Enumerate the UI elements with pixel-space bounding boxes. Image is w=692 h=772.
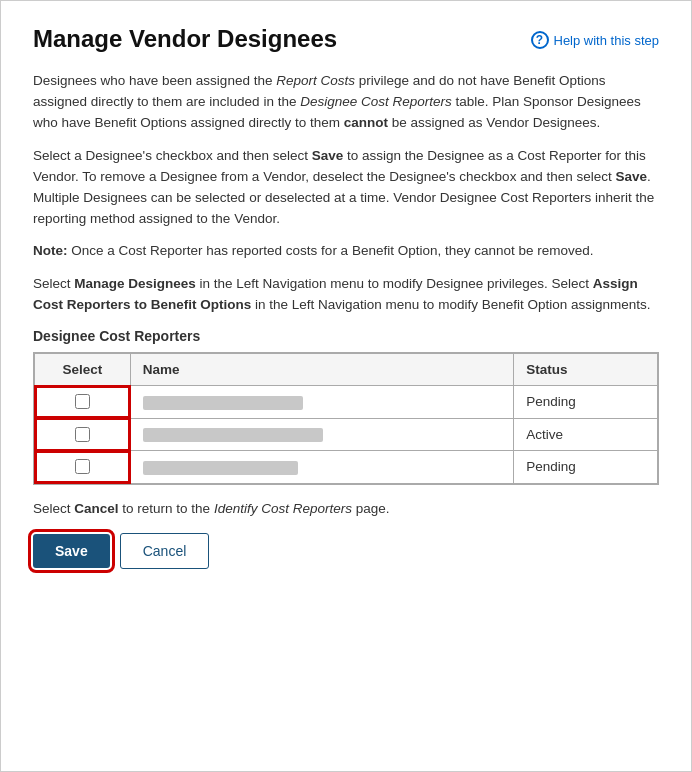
status-cell-2: Active: [514, 418, 658, 450]
page-title: Manage Vendor Designees: [33, 25, 337, 53]
name-cell-2: [130, 418, 513, 450]
name-placeholder-1: [143, 396, 303, 410]
checkbox-cell-2: [35, 418, 131, 450]
cancel-button[interactable]: Cancel: [120, 533, 210, 569]
footer-text: Select Cancel to return to the Identify …: [33, 499, 659, 519]
name-placeholder-3: [143, 461, 298, 475]
row-3-checkbox[interactable]: [75, 459, 90, 474]
table-row: Active: [35, 418, 658, 450]
col-header-select: Select: [35, 354, 131, 386]
status-cell-3: Pending: [514, 451, 658, 483]
col-header-status: Status: [514, 354, 658, 386]
header-row: Manage Vendor Designees ? Help with this…: [33, 25, 659, 53]
designee-table: Select Name Status Pending: [34, 353, 658, 483]
table-row: Pending: [35, 451, 658, 483]
row-1-checkbox[interactable]: [75, 394, 90, 409]
description-2: Select a Designee's checkbox and then se…: [33, 146, 659, 230]
table-section-title: Designee Cost Reporters: [33, 328, 659, 344]
col-header-name: Name: [130, 354, 513, 386]
description-1: Designees who have been assigned the Rep…: [33, 71, 659, 134]
table-row: Pending: [35, 386, 658, 418]
save-button[interactable]: Save: [33, 534, 110, 568]
name-cell-3: [130, 451, 513, 483]
designee-table-wrapper: Select Name Status Pending: [33, 352, 659, 484]
help-link-text: Help with this step: [554, 33, 660, 48]
name-placeholder-2: [143, 428, 323, 442]
checkbox-cell-3: [35, 451, 131, 483]
status-cell-1: Pending: [514, 386, 658, 418]
buttons-row: Save Cancel: [33, 533, 659, 569]
help-icon: ?: [531, 31, 549, 49]
description-3: Select Manage Designees in the Left Navi…: [33, 274, 659, 316]
page-container: Manage Vendor Designees ? Help with this…: [0, 0, 692, 772]
row-2-checkbox[interactable]: [75, 427, 90, 442]
name-cell-1: [130, 386, 513, 418]
help-link[interactable]: ? Help with this step: [531, 31, 660, 49]
note-block: Note: Once a Cost Reporter has reported …: [33, 241, 659, 262]
checkbox-cell-1: [35, 386, 131, 418]
table-header-row: Select Name Status: [35, 354, 658, 386]
